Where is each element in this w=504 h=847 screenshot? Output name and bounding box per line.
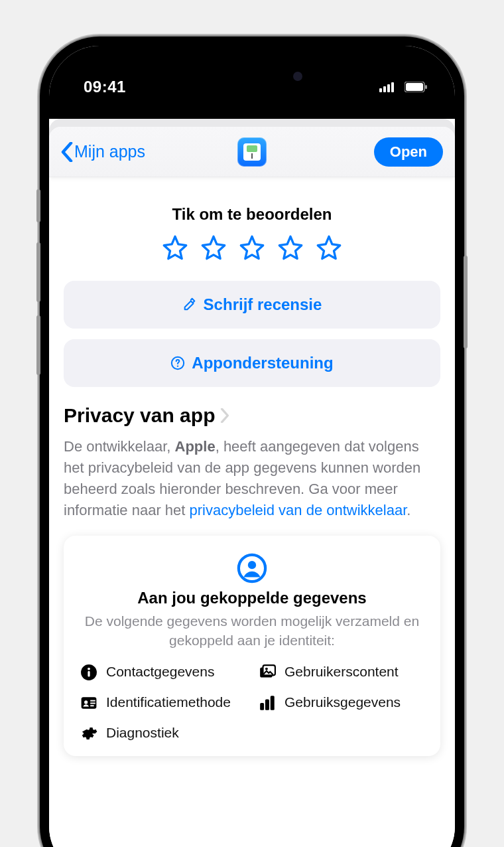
app-store-sheet: Mijn apps Open Tik om te beoordelen: [49, 127, 455, 847]
back-label: Mijn apps: [74, 142, 145, 161]
svg-rect-17: [90, 703, 95, 704]
compose-icon: [182, 297, 197, 312]
volume-up-button: [36, 242, 40, 302]
data-item-usagedata: Gebruiksgegevens: [258, 694, 424, 712]
silent-switch: [36, 189, 40, 222]
card-subtitle: De volgende gegevens worden mogelijk ver…: [80, 611, 424, 651]
photos-icon: [258, 663, 277, 682]
star-5-icon[interactable]: [316, 234, 342, 261]
data-item-usercontent: Gebruikerscontent: [258, 663, 424, 682]
write-review-button[interactable]: Schrijf recensie: [64, 281, 440, 329]
info-icon: [80, 663, 98, 682]
svg-rect-21: [271, 696, 275, 711]
chevron-left-icon: [61, 142, 73, 162]
status-icons: [379, 82, 427, 92]
svg-rect-19: [260, 703, 264, 710]
star-1-icon[interactable]: [162, 234, 188, 261]
card-title: Aan jou gekoppelde gegevens: [80, 589, 424, 607]
back-button[interactable]: Mijn apps: [61, 142, 145, 162]
battery-icon: [405, 82, 427, 92]
star-rating[interactable]: [64, 234, 440, 261]
open-button[interactable]: Open: [374, 137, 443, 167]
privacy-description: De ontwikkelaar, Apple, heeft aangegeven…: [64, 436, 440, 521]
star-4-icon[interactable]: [277, 234, 304, 261]
keynote-icon: [243, 143, 261, 161]
person-circle-icon: [80, 553, 424, 583]
svg-point-7: [248, 561, 256, 569]
scroll-content[interactable]: Tik om te beoordelen Schrijf recensie Ap…: [49, 177, 455, 756]
status-time: 09:41: [84, 78, 126, 96]
svg-point-5: [177, 365, 178, 366]
svg-rect-18: [90, 706, 94, 707]
iphone-frame: 09:41 Mijn apps: [40, 37, 464, 847]
write-review-label: Schrijf recensie: [204, 295, 322, 314]
cellular-signal-icon: [379, 82, 394, 92]
data-item-diagnostics: Diagnostiek: [80, 724, 246, 743]
id-card-icon: [80, 694, 98, 712]
svg-point-9: [88, 668, 90, 670]
svg-point-15: [84, 701, 88, 704]
rate-title: Tik om te beoordelen: [64, 205, 440, 224]
chevron-right-icon: [220, 406, 229, 425]
data-linked-card: Aan jou gekoppelde gegevens De volgende …: [64, 536, 440, 757]
svg-rect-2: [425, 85, 427, 89]
developer-name: Apple: [175, 438, 216, 455]
app-support-label: Appondersteuning: [192, 354, 333, 372]
star-2-icon[interactable]: [200, 234, 227, 261]
nav-bar: Mijn apps Open: [49, 127, 455, 177]
bar-chart-icon: [258, 694, 277, 712]
power-button: [464, 256, 468, 348]
svg-rect-1: [406, 83, 423, 91]
svg-rect-16: [90, 700, 95, 702]
app-support-button[interactable]: Appondersteuning: [64, 339, 440, 387]
svg-rect-10: [88, 671, 90, 677]
svg-point-13: [265, 668, 268, 670]
data-item-contact: Contactgegevens: [80, 663, 246, 682]
app-icon: [237, 137, 267, 167]
star-3-icon[interactable]: [239, 234, 265, 261]
privacy-heading-row[interactable]: Privacy van app: [64, 404, 440, 427]
data-item-identifiers: Identificatiemetho­de: [80, 694, 246, 712]
dynamic-island: [192, 60, 312, 92]
privacy-policy-link[interactable]: privacybeleid van de ontwikkelaar: [190, 502, 407, 518]
volume-down-button: [36, 315, 40, 375]
gear-icon: [80, 724, 98, 743]
svg-rect-20: [265, 700, 269, 710]
data-types-grid: Contactgegevens Gebruikerscontent: [80, 663, 424, 743]
question-circle-icon: [170, 356, 185, 370]
screen: 09:41 Mijn apps: [49, 46, 455, 847]
privacy-heading: Privacy van app: [64, 404, 215, 427]
